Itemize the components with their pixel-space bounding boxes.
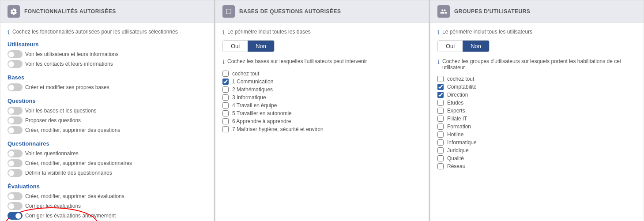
fonctionnalites-info: ℹ Cochez les fonctionnalités autorisées … — [8, 29, 207, 36]
section-utilisateurs-title: Utilisateurs — [8, 41, 207, 48]
checkbox-experts[interactable] — [437, 108, 444, 114]
bases-check-info: ℹ Cochez les bases sur lesquelles l'util… — [222, 58, 422, 65]
checkbox-hotline[interactable] — [437, 131, 444, 138]
panel-bases-title: BASES DE QUESTIONS AUTORISÉES — [239, 8, 341, 15]
base-item-7: 7 Maîtriser hygiène, sécurité et environ — [222, 125, 422, 133]
checkbox-base-7[interactable] — [222, 126, 229, 132]
checkbox-all-groupes[interactable] — [437, 76, 444, 82]
oui-non-toggle-bases: Oui Non — [222, 40, 275, 52]
toggle-voir-contacts: Voir les contacts et leurs informations — [8, 59, 207, 69]
section-questionnaires-title: Questionnaires — [8, 140, 207, 147]
panel-bases-body: ℹ Le périmètre inclut toutes les bases O… — [215, 22, 429, 221]
groupe-item-formation: Formation — [437, 123, 636, 131]
main-container: FONCTIONNALITÉS AUTORISÉES ℹ Cochez les … — [0, 0, 644, 221]
groupes-check-info: ℹ Cochez les groupes d'utilisateurs sur … — [437, 58, 636, 71]
groupes-scope-info: ℹ Le périmètre inclut tous les utilisate… — [437, 29, 636, 36]
panel-bases-questions: BASES DE QUESTIONS AUTORISÉES ℹ Le périm… — [215, 0, 429, 221]
checkbox-juridique[interactable] — [437, 147, 444, 154]
switch-creer-bases[interactable] — [8, 83, 23, 91]
panel-fonctionnalites-body: ℹ Cochez les fonctionnalités autorisées … — [0, 22, 214, 221]
checkbox-all-bases[interactable] — [222, 71, 229, 77]
groupe-item-qualite: Qualité — [437, 154, 636, 162]
users-icon — [437, 5, 450, 18]
panel-fonctionnalites: FONCTIONNALITÉS AUTORISÉES ℹ Cochez les … — [0, 0, 214, 221]
bases-scope-info: ℹ Le périmètre inclut toutes les bases — [222, 29, 422, 36]
switch-voir-utilisateurs[interactable] — [8, 50, 23, 58]
groupe-item-filiale-it: Filiale IT — [437, 115, 636, 123]
checkbox-filiale-it[interactable] — [437, 116, 444, 122]
panel-groupes: GROUPES D'UTILISATEURS ℹ Le périmètre in… — [430, 0, 644, 221]
base-item-3: 3 Informatique — [222, 94, 422, 101]
checkbox-base-1[interactable] — [222, 79, 229, 85]
info-icon-2: ℹ — [222, 29, 225, 36]
checkbox-direction[interactable] — [437, 92, 444, 98]
square-icon — [222, 5, 235, 18]
panel-fonctionnalites-title: FONCTIONNALITÉS AUTORISÉES — [24, 8, 116, 15]
checkbox-qualite[interactable] — [437, 155, 444, 161]
info-icon-3: ℹ — [222, 59, 225, 65]
groupe-item-etudes: Etudes — [437, 99, 636, 107]
checkbox-base-5[interactable] — [222, 110, 229, 116]
section-evaluations-title: Évaluations — [8, 183, 207, 190]
toggle-corriger-anonymement: Corriger les évaluations anonymement — [8, 211, 207, 221]
checkbox-base-2[interactable] — [222, 86, 229, 93]
groupe-item-comptabilite: Comptabilité — [437, 83, 636, 91]
gear-icon — [8, 5, 20, 18]
toggle-voir-questions: Voir les bases et les questions — [8, 106, 207, 116]
oui-btn-bases[interactable]: Oui — [223, 41, 248, 52]
groupe-item-experts: Experts — [437, 107, 636, 115]
toggle-creer-evaluations: Créer, modifier, supprimer des évaluatio… — [8, 191, 207, 201]
panel-bases-header: BASES DE QUESTIONS AUTORISÉES — [215, 0, 429, 22]
base-item-6: 6 Apprendre à apprendre — [222, 117, 422, 125]
switch-corriger-anonymement[interactable] — [8, 212, 23, 220]
switch-creer-evaluations[interactable] — [8, 192, 23, 200]
oui-non-toggle-groupes: Oui Non — [437, 40, 490, 52]
switch-voir-questions[interactable] — [8, 107, 23, 115]
toggle-voir-questionnaires: Voir les questionnaires — [8, 149, 207, 158]
checkbox-etudes[interactable] — [437, 100, 444, 106]
section-bases-title: Bases — [8, 74, 207, 81]
toggle-corriger-evaluations: Corriger les évaluations — [8, 201, 207, 211]
svg-rect-0 — [226, 9, 231, 14]
checkbox-reseau[interactable] — [437, 163, 444, 169]
oui-btn-groupes[interactable]: Oui — [438, 41, 463, 52]
info-icon-4: ℹ — [437, 29, 440, 36]
info-icon-5: ℹ — [437, 59, 440, 65]
base-item-4: 4 Travail en équipe — [222, 101, 422, 109]
base-item-2: 2 Mathématiques — [222, 86, 422, 94]
base-item-1: 1 Communication — [222, 78, 422, 86]
panel-groupes-title: GROUPES D'UTILISATEURS — [454, 8, 530, 15]
checkbox-informatique[interactable] — [437, 139, 444, 146]
checkbox-base-3[interactable] — [222, 94, 229, 101]
groupe-item-direction: Direction — [437, 91, 636, 99]
toggle-creer-questionnaires: Créer, modifier, supprimer des questionn… — [8, 158, 207, 168]
groupe-item-informatique: Informatique — [437, 139, 636, 146]
groupe-item-hotline: Hotline — [437, 131, 636, 139]
toggle-creer-bases: Créer et modifier ses propres bases — [8, 82, 207, 92]
checkbox-base-6[interactable] — [222, 118, 229, 124]
checkbox-formation[interactable] — [437, 124, 444, 130]
panel-fonctionnalites-header: FONCTIONNALITÉS AUTORISÉES — [0, 0, 214, 22]
switch-proposer-questions[interactable] — [8, 116, 23, 124]
non-btn-groupes[interactable]: Non — [463, 41, 489, 52]
groupe-item-reseau: Réseau — [437, 162, 636, 170]
toggle-definir-visibilite: Définir la visibilité des questionnaires — [8, 168, 207, 178]
toggle-creer-questions: Créer, modifier, supprimer des questions — [8, 125, 207, 135]
switch-creer-questionnaires[interactable] — [8, 159, 23, 167]
panel-groupes-body: ℹ Le périmètre inclut tous les utilisate… — [430, 22, 644, 221]
checkbox-comptabilite[interactable] — [437, 84, 444, 90]
non-btn-bases[interactable]: Non — [248, 41, 274, 52]
checkbox-base-4[interactable] — [222, 102, 229, 109]
check-all-bases: cochez tout — [222, 70, 422, 78]
switch-creer-questions[interactable] — [8, 126, 23, 134]
switch-voir-questionnaires[interactable] — [8, 150, 23, 157]
switch-voir-contacts[interactable] — [8, 60, 23, 68]
switch-corriger-evaluations[interactable] — [8, 202, 23, 210]
toggle-voir-utilisateurs: Voir les utilisateurs et leurs informati… — [8, 49, 207, 59]
section-questions-title: Questions — [8, 97, 207, 104]
switch-definir-visibilite[interactable] — [8, 169, 23, 177]
groupe-item-juridique: Juridique — [437, 146, 636, 154]
toggle-proposer-questions: Proposer des questions — [8, 116, 207, 125]
check-all-groupes: cochez tout — [437, 75, 636, 83]
base-item-5: 5 Travailler en autonomie — [222, 109, 422, 117]
